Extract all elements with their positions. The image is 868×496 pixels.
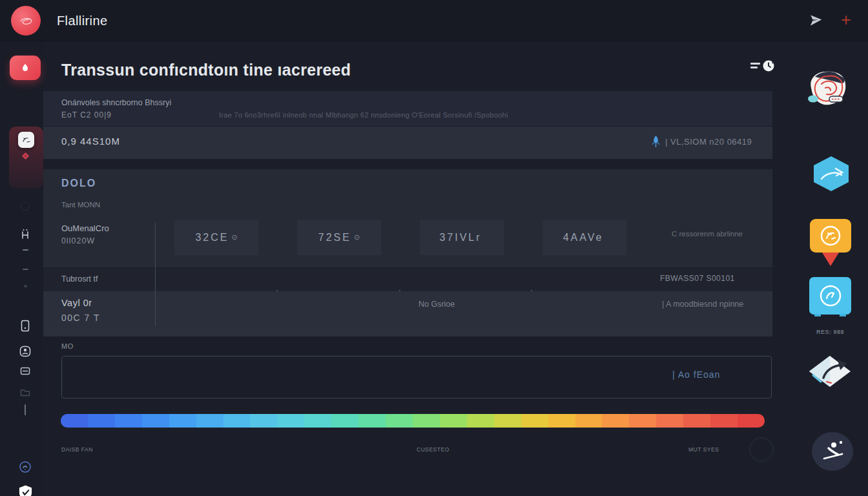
summary-line1: Onánvoles shncrborno Bhssryi bbox=[61, 98, 171, 107]
folder-icon[interactable] bbox=[20, 389, 30, 397]
filter-menu-icon[interactable] bbox=[750, 63, 760, 70]
sidebar-item-chip[interactable] bbox=[18, 132, 34, 148]
stat-cell: 4AAVe bbox=[542, 220, 626, 255]
hexagon-icon[interactable] bbox=[811, 156, 851, 194]
code-row: Tubrosrt tf FBWASS07 S00101 bbox=[43, 268, 772, 291]
badge-body bbox=[809, 277, 851, 315]
pin-pointer bbox=[822, 253, 839, 266]
app-title: Flallirine bbox=[57, 0, 107, 41]
sidebar bbox=[0, 41, 43, 496]
document-icon[interactable] bbox=[20, 320, 30, 332]
box-label: MO bbox=[61, 342, 74, 350]
send-icon[interactable] bbox=[809, 14, 823, 28]
footer-label-right: MUT SYES bbox=[688, 446, 719, 453]
stats-label-line2: 0ll020W bbox=[61, 236, 95, 245]
map-pin-icon[interactable] bbox=[810, 219, 851, 253]
stat-cell: 72SE ⊙ bbox=[297, 220, 381, 255]
divider-handle[interactable] bbox=[25, 404, 26, 415]
page-title: Transsun confıcndtoın tine ıacrereed bbox=[61, 61, 351, 79]
res-label: RES: 988 bbox=[816, 329, 844, 335]
ghost-icon[interactable] bbox=[21, 202, 30, 211]
detail-panel: Vayl 0r 00C 7 T No Gsrioe | A moodbiesnd… bbox=[43, 291, 772, 336]
stat-value: 37IVLr bbox=[439, 232, 481, 243]
box-text: | Ao fEoan bbox=[672, 369, 720, 380]
card-icon[interactable] bbox=[20, 367, 30, 375]
detail-line2: 00C 7 T bbox=[61, 313, 100, 323]
stats-label-line1: OuMenalCro bbox=[61, 223, 109, 233]
section-title: DOLO bbox=[61, 178, 96, 189]
detail-center: No Gsrioe bbox=[418, 300, 455, 309]
app-logo[interactable] bbox=[11, 6, 41, 36]
summary-panel: Onánvoles shncrborno Bhssryi EoT C2 00|9… bbox=[43, 91, 772, 126]
badge-foot bbox=[840, 314, 846, 316]
metric-value: 0,9 44S10M bbox=[61, 136, 120, 147]
stats-divider bbox=[155, 222, 156, 326]
metric-panel: 0,9 44S10M | VL,SIOM n20 06419 bbox=[43, 127, 772, 159]
avatar-circle bbox=[812, 432, 853, 471]
avatar-badge[interactable] bbox=[812, 432, 853, 471]
stats-note: C ressorenm abrlinne bbox=[672, 230, 743, 238]
rocket-icon bbox=[650, 135, 661, 148]
summary-line2: EoT C2 00|9 bbox=[61, 110, 112, 119]
faint-dot-icon bbox=[24, 285, 27, 287]
cyan-badge-icon[interactable] bbox=[809, 277, 851, 315]
stat-value: 4AAVe bbox=[563, 232, 604, 243]
footer-label-left: DAISB FAN bbox=[61, 446, 93, 453]
stat-value: 32CE bbox=[195, 232, 229, 243]
gradient-bar bbox=[61, 414, 765, 428]
sidebar-item-active-drop[interactable] bbox=[10, 56, 41, 80]
collapsed-item-dash[interactable] bbox=[23, 249, 28, 251]
dolo-panel: DOLO Tant MONN OuMenalCro 0ll020W 32CE ⊙… bbox=[43, 169, 772, 267]
pin-body bbox=[810, 219, 851, 253]
stat-value: 72SE bbox=[318, 232, 351, 243]
add-button[interactable]: + bbox=[841, 10, 851, 30]
tool-h-icon[interactable] bbox=[20, 229, 30, 240]
shield-check-icon[interactable] bbox=[18, 484, 33, 496]
stat-suffix: ⊙ bbox=[231, 233, 237, 242]
chip-scribble-icon bbox=[21, 134, 32, 145]
summary-note: Irae 7o 6no3rhre6l inlneob nnal Mlbhangn… bbox=[219, 111, 508, 119]
collapsed-item-dash[interactable] bbox=[23, 269, 28, 270]
stat-cell: 37IVLr bbox=[420, 220, 504, 255]
metric-version: | VL,SIOM n20 06419 bbox=[665, 137, 752, 147]
help-ring-icon[interactable] bbox=[19, 460, 32, 473]
detail-right: | A moodbiesnd npinne bbox=[662, 300, 743, 309]
shipping-box-icon[interactable] bbox=[805, 352, 854, 393]
sketch-blob-icon[interactable] bbox=[806, 68, 849, 112]
stat-cell: 32CE ⊙ bbox=[174, 220, 258, 255]
drop-icon bbox=[20, 63, 30, 73]
badge-foot bbox=[814, 314, 821, 316]
footer-label-center: CUSESTEO bbox=[417, 446, 450, 453]
app-window: Flallirine + bbox=[0, 0, 868, 496]
top-bar: Flallirine + bbox=[0, 0, 868, 41]
row-label: Tubrosrt tf bbox=[61, 274, 98, 284]
section-subtitle: Tant MONN bbox=[61, 201, 100, 209]
faint-ring-icon bbox=[749, 437, 774, 462]
info-clock-icon[interactable] bbox=[763, 60, 774, 72]
user-icon[interactable] bbox=[19, 346, 31, 357]
logo-scribble-icon bbox=[17, 12, 35, 30]
input-box[interactable]: | Ao fEoan bbox=[61, 356, 772, 398]
row-code: FBWASS07 S00101 bbox=[660, 274, 735, 283]
stat-suffix: ⊙ bbox=[354, 233, 360, 242]
detail-line1: Vayl 0r bbox=[61, 298, 92, 308]
skier-icon bbox=[820, 439, 845, 464]
